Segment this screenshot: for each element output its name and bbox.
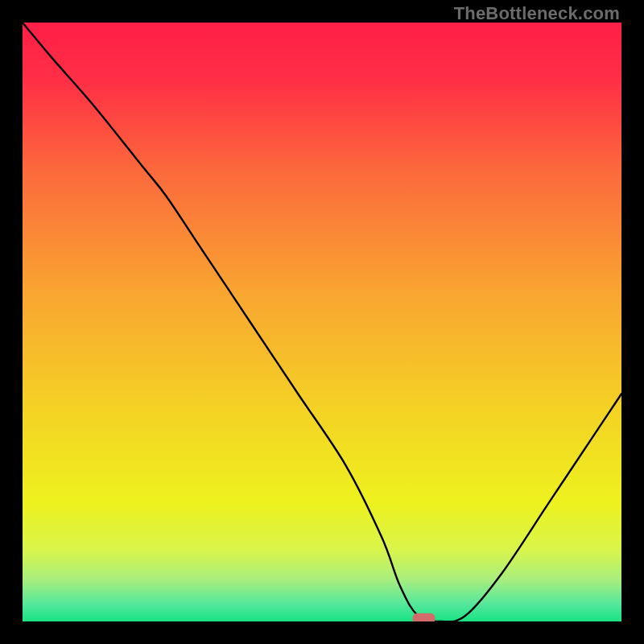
chart-frame: TheBottleneck.com: [0, 0, 644, 644]
chart-svg: [23, 23, 621, 621]
optimal-marker: [412, 613, 435, 621]
gradient-background: [23, 23, 621, 621]
watermark-text: TheBottleneck.com: [454, 3, 620, 24]
plot-area: [23, 23, 621, 621]
